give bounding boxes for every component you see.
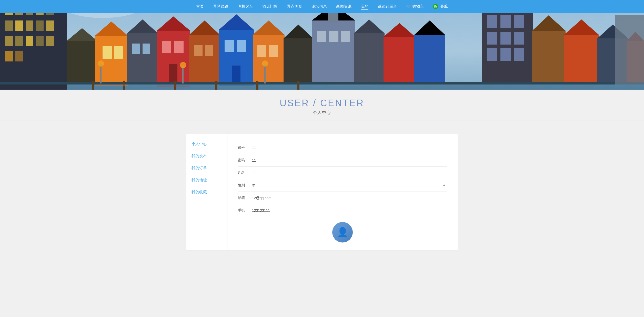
nav-forum[interactable]: 论坛信息 xyxy=(311,3,327,10)
svg-rect-43 xyxy=(205,45,213,56)
sidebar-item-personal-center[interactable]: 个人中心 xyxy=(192,142,222,146)
password-row: 密码 xyxy=(238,154,447,167)
nav-hotel[interactable]: 酒店门票 xyxy=(262,3,278,10)
svg-rect-47 xyxy=(237,40,246,52)
main-content: 个人中心 我的发布 我的订单 我的地址 我的收藏 账号 密码 姓名 性别 男 xyxy=(181,126,463,266)
sidebar-item-my-favorites[interactable]: 我的收藏 xyxy=(192,190,222,195)
gender-select[interactable]: 男 女 xyxy=(250,183,447,188)
svg-rect-95 xyxy=(297,81,299,90)
nav-mine[interactable]: 我的 xyxy=(361,3,368,10)
svg-rect-31 xyxy=(127,33,158,84)
svg-rect-108 xyxy=(615,15,644,84)
account-row: 账号 xyxy=(238,142,447,154)
svg-rect-74 xyxy=(514,15,524,28)
password-input[interactable] xyxy=(250,158,447,163)
svg-rect-46 xyxy=(225,40,234,52)
svg-rect-89 xyxy=(0,82,644,84)
account-label: 账号 xyxy=(238,145,250,150)
svg-rect-10 xyxy=(26,13,33,15)
nav-service[interactable]: 微 客服 xyxy=(433,3,448,10)
svg-rect-55 xyxy=(312,20,355,84)
svg-rect-22 xyxy=(46,36,54,46)
svg-rect-64 xyxy=(384,37,415,84)
svg-rect-20 xyxy=(26,36,33,46)
email-label: 邮箱 xyxy=(238,196,250,200)
svg-rect-78 xyxy=(487,48,497,61)
svg-rect-27 xyxy=(95,36,128,84)
svg-rect-59 xyxy=(317,31,326,42)
hero-svg xyxy=(0,13,644,90)
gender-row: 性别 男 女 xyxy=(238,179,447,192)
svg-rect-60 xyxy=(329,31,338,42)
svg-point-97 xyxy=(98,60,104,67)
svg-rect-83 xyxy=(564,35,599,84)
svg-rect-37 xyxy=(162,41,171,53)
svg-rect-19 xyxy=(15,36,23,46)
phone-input[interactable] xyxy=(250,208,447,213)
nav-cart[interactable]: 🛒 购物车 xyxy=(406,3,424,10)
page-title-section: USER / CENTER 个人中心 xyxy=(0,90,644,126)
svg-rect-61 xyxy=(341,31,350,42)
svg-rect-42 xyxy=(194,45,203,56)
svg-rect-29 xyxy=(103,46,112,59)
svg-rect-15 xyxy=(26,20,33,31)
cart-label: 购物车 xyxy=(412,4,424,8)
svg-rect-51 xyxy=(257,45,266,57)
name-input[interactable] xyxy=(250,170,447,175)
svg-rect-80 xyxy=(514,48,524,61)
svg-rect-90 xyxy=(92,81,94,90)
svg-rect-40 xyxy=(189,35,220,84)
name-label: 姓名 xyxy=(238,171,250,175)
svg-rect-34 xyxy=(143,44,150,54)
svg-rect-23 xyxy=(5,51,13,61)
sidebar-item-my-orders[interactable]: 我的订单 xyxy=(192,166,222,171)
svg-rect-66 xyxy=(414,35,445,84)
service-label: 客服 xyxy=(440,4,448,8)
svg-rect-12 xyxy=(46,13,54,15)
svg-rect-77 xyxy=(514,32,524,45)
svg-rect-81 xyxy=(532,31,566,84)
svg-rect-53 xyxy=(284,38,313,84)
svg-rect-62 xyxy=(354,33,385,84)
nav-scenic[interactable]: 景区线路 xyxy=(213,3,228,10)
nav-news[interactable]: 新闻资讯 xyxy=(336,3,351,10)
avatar-section: 👤 xyxy=(238,217,447,242)
svg-rect-73 xyxy=(500,15,511,28)
sidebar-item-my-address[interactable]: 我的地址 xyxy=(192,178,222,183)
svg-rect-102 xyxy=(95,84,128,86)
svg-rect-52 xyxy=(269,45,278,57)
svg-rect-25 xyxy=(67,41,97,84)
avatar[interactable]: 👤 xyxy=(332,222,353,242)
svg-rect-104 xyxy=(219,84,254,86)
page-title-zh: 个人中心 xyxy=(0,110,644,115)
sidebar-item-my-posts[interactable]: 我的发布 xyxy=(192,154,222,158)
svg-rect-8 xyxy=(5,13,13,15)
svg-rect-18 xyxy=(5,36,13,46)
page-title-en: USER / CENTER xyxy=(0,98,644,109)
svg-point-101 xyxy=(262,60,268,67)
svg-rect-96 xyxy=(100,64,102,83)
svg-rect-103 xyxy=(157,86,190,87)
svg-rect-9 xyxy=(15,13,23,15)
account-input[interactable] xyxy=(250,145,447,150)
svg-rect-57 xyxy=(328,13,338,22)
email-row: 邮箱 xyxy=(238,192,447,204)
service-icon: 微 xyxy=(433,4,438,9)
nav-backend[interactable]: 跳转到后台 xyxy=(378,3,397,10)
svg-rect-21 xyxy=(36,36,44,46)
svg-rect-13 xyxy=(5,20,13,31)
nav-home[interactable]: 首页 xyxy=(196,3,204,10)
svg-rect-72 xyxy=(487,15,497,28)
title-divider xyxy=(0,121,644,121)
svg-rect-94 xyxy=(256,81,258,90)
nav-transport[interactable]: 飞机火车 xyxy=(238,3,253,10)
gender-label: 性别 xyxy=(238,183,250,188)
svg-rect-93 xyxy=(215,81,217,90)
svg-rect-33 xyxy=(132,44,140,54)
nav-food[interactable]: 景点美食 xyxy=(287,3,302,10)
gender-select-wrapper: 男 女 xyxy=(250,183,447,188)
svg-rect-14 xyxy=(15,20,23,31)
email-input[interactable] xyxy=(250,195,447,200)
svg-rect-105 xyxy=(328,84,372,86)
svg-rect-98 xyxy=(182,66,184,83)
